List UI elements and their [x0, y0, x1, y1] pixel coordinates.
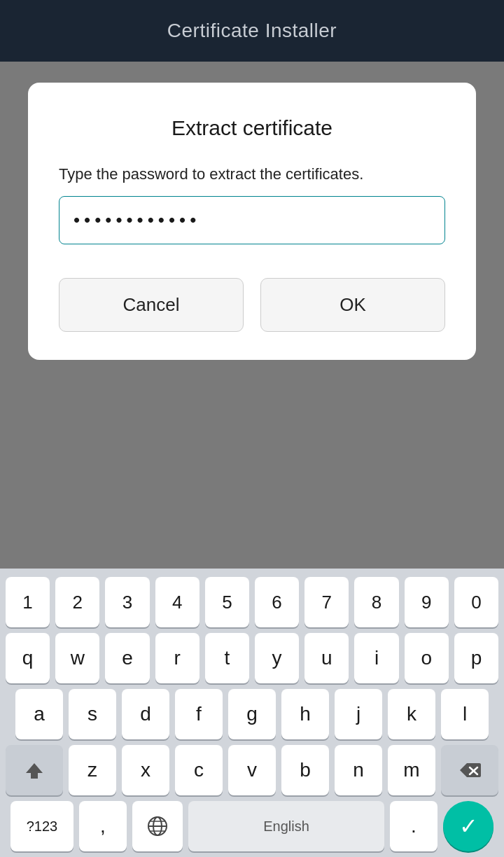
key-8[interactable]: 8: [354, 577, 398, 627]
key-s[interactable]: s: [69, 689, 116, 739]
backspace-key[interactable]: [441, 745, 498, 795]
key-3[interactable]: 3: [105, 577, 149, 627]
keyboard-row-zxcv: z x c v b n m: [6, 745, 498, 795]
ok-button[interactable]: OK: [260, 278, 445, 332]
dialog-buttons: Cancel OK: [59, 278, 445, 332]
keyboard-row-numbers: 1 2 3 4 5 6 7 8 9 0: [6, 577, 498, 627]
globe-key[interactable]: [132, 801, 183, 851]
comma-key[interactable]: ,: [79, 801, 127, 851]
keyboard-row-qwerty: q w e r t y u i o p: [6, 633, 498, 683]
key-y[interactable]: y: [255, 633, 299, 683]
key-e[interactable]: e: [105, 633, 149, 683]
key-a[interactable]: a: [15, 689, 63, 739]
key-2[interactable]: 2: [55, 577, 99, 627]
dialog-backdrop: Extract certificate Type the password to…: [0, 62, 504, 569]
keyboard: 1 2 3 4 5 6 7 8 9 0 q w e r t y u i o p …: [0, 569, 504, 857]
dialog-title: Extract certificate: [59, 116, 445, 140]
keyboard-row-bottom: ?123 , English . ✓: [6, 801, 498, 851]
key-k[interactable]: k: [388, 689, 435, 739]
key-0[interactable]: 0: [454, 577, 498, 627]
key-m[interactable]: m: [388, 745, 435, 795]
key-z[interactable]: z: [69, 745, 116, 795]
cancel-button[interactable]: Cancel: [59, 278, 244, 332]
keyboard-row-asdf: a s d f g h j k l: [6, 689, 498, 739]
key-l[interactable]: l: [441, 689, 489, 739]
key-i[interactable]: i: [354, 633, 398, 683]
sym-key[interactable]: ?123: [10, 801, 74, 851]
key-t[interactable]: t: [205, 633, 249, 683]
key-4[interactable]: 4: [155, 577, 200, 627]
key-n[interactable]: n: [335, 745, 382, 795]
key-p[interactable]: p: [454, 633, 498, 683]
key-f[interactable]: f: [175, 689, 223, 739]
app-bar-title: Certificate Installer: [167, 20, 337, 42]
key-q[interactable]: q: [6, 633, 50, 683]
key-9[interactable]: 9: [405, 577, 449, 627]
enter-key[interactable]: ✓: [443, 801, 493, 851]
key-6[interactable]: 6: [255, 577, 299, 627]
key-d[interactable]: d: [122, 689, 169, 739]
key-x[interactable]: x: [122, 745, 169, 795]
key-u[interactable]: u: [304, 633, 349, 683]
dialog: Extract certificate Type the password to…: [28, 83, 476, 360]
key-5[interactable]: 5: [205, 577, 249, 627]
key-w[interactable]: w: [55, 633, 99, 683]
password-input[interactable]: [59, 196, 445, 244]
key-r[interactable]: r: [155, 633, 200, 683]
key-v[interactable]: v: [228, 745, 276, 795]
key-o[interactable]: o: [405, 633, 449, 683]
key-b[interactable]: b: [281, 745, 329, 795]
svg-marker-0: [26, 763, 43, 779]
shift-key[interactable]: [6, 745, 63, 795]
key-7[interactable]: 7: [304, 577, 349, 627]
key-j[interactable]: j: [335, 689, 382, 739]
space-key[interactable]: English: [188, 801, 384, 851]
app-bar: Certificate Installer: [0, 0, 504, 62]
dialog-label: Type the password to extract the certifi…: [59, 165, 445, 183]
key-c[interactable]: c: [175, 745, 223, 795]
key-h[interactable]: h: [281, 689, 329, 739]
key-g[interactable]: g: [228, 689, 276, 739]
check-icon: ✓: [459, 813, 478, 839]
dot-key[interactable]: .: [390, 801, 438, 851]
key-1[interactable]: 1: [6, 577, 50, 627]
